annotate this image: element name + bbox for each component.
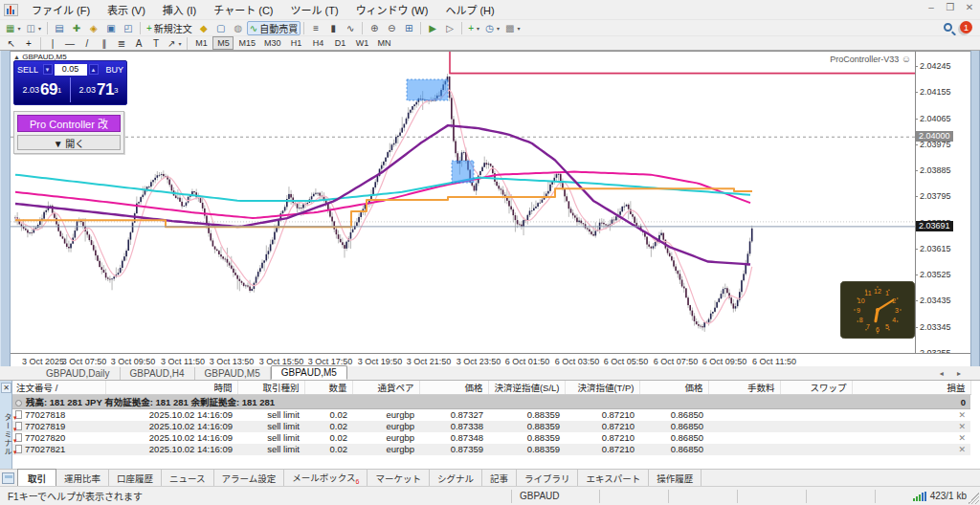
menu-1[interactable]: 表示 (V)	[99, 0, 154, 19]
timeframe-h4-button[interactable]: H4	[307, 36, 328, 50]
delete-order-icon[interactable]: ✕	[958, 410, 966, 420]
close-button[interactable]: ✕	[963, 2, 976, 12]
column-header-7[interactable]: 決済指値(T/P)	[565, 381, 639, 395]
navigator-button[interactable]: ◈	[85, 21, 102, 35]
ea-smiley-icon[interactable]: ☺	[902, 54, 911, 64]
cursor-button[interactable]: ↖	[3, 36, 20, 51]
delete-order-icon[interactable]: ✕	[958, 433, 966, 443]
metaeditor-button[interactable]: ◆	[195, 21, 212, 35]
restore-button[interactable]: ❒	[944, 2, 957, 12]
terminal-tab-7[interactable]: シグナル	[430, 470, 482, 487]
menu-2[interactable]: 挿入 (I)	[154, 0, 205, 19]
collapse-arrow-icon[interactable]: ▲	[13, 54, 20, 60]
trendline-button[interactable]: /	[78, 36, 96, 51]
timeframe-w1-button[interactable]: W1	[351, 36, 372, 50]
terminal-tab-11[interactable]: 操作履歴	[649, 470, 702, 487]
vertical-line-button[interactable]: |	[44, 36, 61, 51]
chart-tab-2[interactable]: GBPAUD,M5	[195, 367, 271, 380]
indicators-button[interactable]: +▾	[465, 21, 482, 35]
timeframe-mn-button[interactable]: MN	[373, 36, 394, 50]
price-axis[interactable]: 2.042452.041552.040652.039752.038852.037…	[915, 52, 970, 367]
auto-scroll-button[interactable]: ▶	[424, 21, 441, 35]
fibonacci-button[interactable]: ≣	[113, 36, 130, 51]
terminal-tab-8[interactable]: 記事	[482, 470, 517, 487]
chart-tab-1[interactable]: GBPAUD,H4	[121, 367, 195, 380]
crosshair-button[interactable]: +	[20, 36, 37, 51]
time-axis[interactable]: 3 Oct 20253 Oct 07:503 Oct 09:503 Oct 11…	[11, 353, 970, 367]
buy-price[interactable]: 2.03713	[71, 77, 126, 102]
column-header-4[interactable]: 通貨ペア	[352, 381, 419, 395]
chart-shift-button[interactable]: ▷	[441, 21, 458, 35]
terminal-panel-button[interactable]: ▣	[102, 21, 120, 35]
dropdown-arrow-icon[interactable]: ▾	[17, 25, 20, 32]
pro-controller-open-button[interactable]: ▼ 開く	[17, 135, 121, 150]
templates-button[interactable]: ▩▾	[502, 21, 523, 35]
column-header-5[interactable]: 価格	[419, 381, 488, 395]
tab-scroll-arrows[interactable]: ◂ ▸	[940, 369, 967, 378]
column-header-2[interactable]: 取引種別	[237, 381, 304, 395]
chart-line-button[interactable]: ∿	[342, 21, 359, 35]
volume-up-button[interactable]: ▲	[89, 64, 99, 75]
terminal-tab-1[interactable]: 運用比率	[56, 470, 109, 487]
dropdown-arrow-icon[interactable]: ▾	[497, 25, 500, 32]
menu-0[interactable]: ファイル (F)	[23, 0, 99, 19]
terminal-tab-2[interactable]: 口座履歴	[109, 470, 162, 487]
column-header-11[interactable]: 損益	[852, 381, 970, 395]
terminal-tab-0[interactable]: 取引	[17, 469, 56, 488]
buy-button[interactable]: BUY	[100, 65, 124, 75]
timeframe-m30-button[interactable]: M30	[260, 36, 285, 50]
column-header-8[interactable]: 価格	[639, 381, 708, 395]
timeframe-m5-button[interactable]: M5	[212, 36, 234, 50]
chart-plot[interactable]: ▲ GBPAUD,M5 ProController-V33 ☺ SELL ▼ 0…	[11, 52, 915, 353]
terminal-tab-10[interactable]: エキスパート	[578, 470, 649, 487]
column-header-6[interactable]: 決済逆指値(S/L)	[488, 381, 565, 395]
new-chart-button[interactable]: ▦▾	[3, 21, 23, 35]
terminal-tab-9[interactable]: ライブラリ	[517, 470, 579, 487]
zoom-out-button[interactable]: ⊖	[383, 21, 400, 35]
strategy-tester-button[interactable]: ◰	[120, 21, 137, 35]
dropdown-arrow-icon[interactable]: ▾	[517, 25, 520, 32]
horizontal-line-button[interactable]: —	[61, 36, 78, 51]
auto-trading-button[interactable]: ∿自動売買	[247, 21, 301, 35]
sell-button[interactable]: SELL	[17, 65, 41, 75]
notification-badge[interactable]: 1	[960, 21, 972, 33]
periods-button[interactable]: ◷▾	[482, 21, 502, 35]
timeframe-h1-button[interactable]: H1	[285, 36, 306, 50]
terminal-tab-4[interactable]: アラーム設定	[214, 470, 285, 487]
column-header-3[interactable]: 数量	[304, 381, 352, 395]
column-header-10[interactable]: スワップ	[780, 381, 852, 395]
terminal-tab-3[interactable]: ニュース	[162, 470, 214, 487]
menu-4[interactable]: ツール (T)	[282, 0, 347, 19]
order-row-77027820[interactable]: 770278202025.10.02 14:16:09sell limit0.0…	[12, 432, 970, 444]
minimize-button[interactable]: –	[924, 2, 938, 12]
order-row-77027818[interactable]: 770278182025.10.02 14:16:09sell limit0.0…	[12, 409, 970, 421]
column-header-1[interactable]: 時間	[105, 381, 237, 395]
menu-5[interactable]: ウィンドウ (W)	[347, 0, 437, 19]
delete-order-icon[interactable]: ✕	[958, 445, 966, 454]
chart-tab-0[interactable]: GBPAUD,Daily	[36, 367, 121, 380]
market-watch-button[interactable]: ▤	[51, 21, 68, 35]
profiles-button[interactable]: ◫▾	[23, 21, 43, 35]
zoom-in-button[interactable]: ⊕	[366, 21, 383, 35]
shapes-button[interactable]: ↗▾	[165, 36, 184, 51]
menu-6[interactable]: ヘルプ (H)	[436, 0, 502, 19]
chart-bars-button[interactable]: ≡	[307, 21, 324, 35]
chart-tab-3[interactable]: GBPAUD,M5	[271, 365, 347, 380]
timeframe-m1-button[interactable]: M1	[190, 36, 212, 50]
search-icon[interactable]	[944, 23, 952, 32]
timeframe-d1-button[interactable]: D1	[329, 36, 350, 50]
column-header-0[interactable]: 注文番号 /	[12, 381, 105, 395]
order-row-77027821[interactable]: 770278212025.10.02 14:16:09sell limit0.0…	[12, 444, 970, 455]
column-header-9[interactable]: 手数料	[708, 381, 780, 395]
terminal-tab-5[interactable]: メールボックス6	[284, 469, 368, 487]
dropdown-arrow-icon[interactable]: ▾	[477, 25, 479, 32]
timeframe-m15-button[interactable]: M15	[234, 36, 259, 50]
terminal-tab-6[interactable]: マーケット	[368, 470, 430, 487]
order-row-77027819[interactable]: 770278192025.10.02 14:16:09sell limit0.0…	[12, 421, 970, 432]
label-button[interactable]: T	[147, 36, 165, 51]
terminal-close-icon[interactable]: ✕	[1, 383, 11, 393]
tile-windows-button[interactable]: ⊞	[400, 21, 417, 35]
volume-input[interactable]: 0.05	[55, 64, 87, 76]
volume-down-button[interactable]: ▼	[43, 64, 53, 75]
new-order-button[interactable]: +新規注文	[144, 21, 195, 35]
